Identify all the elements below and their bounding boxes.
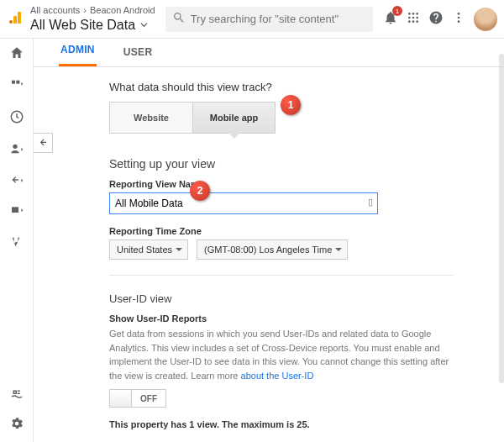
seg-mobile-app[interactable]: Mobile app (192, 103, 275, 133)
label-time-zone: Reporting Time Zone (109, 226, 454, 236)
svg-point-4 (412, 13, 415, 15)
caret-down-icon (140, 18, 148, 32)
breadcrumb-item: Beacon Android (90, 5, 155, 16)
svg-point-8 (416, 17, 418, 19)
svg-rect-19 (12, 207, 18, 213)
app-header: All accounts › Beacon Android All Web Si… (0, 0, 504, 39)
search-box[interactable] (165, 7, 373, 32)
svg-point-7 (412, 17, 415, 19)
breadcrumb: All accounts › Beacon Android (30, 5, 155, 16)
scrollbar[interactable] (499, 54, 504, 383)
svg-point-10 (412, 20, 415, 23)
tab-admin[interactable]: ADMIN (59, 44, 97, 66)
breadcrumb-item: All accounts (30, 5, 80, 16)
seg-website[interactable]: Website (110, 103, 192, 133)
tracking-question: What data should this view track? (109, 81, 454, 93)
callout-2: 2 (190, 181, 210, 201)
label-show-user-id: Show User-ID Reports (109, 313, 454, 324)
conversions-icon[interactable] (9, 235, 24, 251)
apps-icon[interactable] (407, 11, 420, 27)
discover-icon[interactable] (9, 387, 24, 404)
search-input[interactable] (191, 13, 366, 25)
back-button[interactable] (34, 133, 53, 153)
behavior-icon[interactable] (9, 204, 24, 220)
ga-logo-icon (8, 10, 24, 28)
chevron-right-icon: › (83, 5, 87, 16)
tracking-type-segmented: Website Mobile app (109, 102, 276, 134)
tz-country-select[interactable]: United States (109, 239, 188, 260)
svg-point-6 (408, 17, 411, 19)
more-icon[interactable] (452, 11, 465, 27)
header-actions: 1 (383, 8, 497, 31)
view-name-input[interactable] (109, 192, 378, 214)
user-id-toggle[interactable]: OFF (109, 389, 166, 408)
callout-1: 1 (281, 95, 301, 115)
customization-icon[interactable] (9, 78, 24, 94)
svg-point-14 (458, 20, 460, 23)
realtime-icon[interactable] (9, 109, 24, 127)
acquisition-icon[interactable] (9, 173, 24, 189)
svg-rect-16 (16, 81, 19, 84)
svg-rect-15 (12, 81, 15, 84)
svg-point-11 (416, 20, 418, 23)
svg-point-13 (458, 17, 460, 19)
divider (109, 275, 454, 276)
left-sidebar (0, 39, 34, 442)
account-picker[interactable]: All accounts › Beacon Android All Web Si… (30, 5, 155, 32)
avatar[interactable] (474, 8, 497, 31)
learn-more-link[interactable]: about the User-ID (241, 371, 314, 381)
svg-point-3 (408, 13, 411, 15)
svg-point-2 (9, 20, 13, 24)
user-id-help-text: Get data from sessions in which you send… (109, 327, 454, 382)
admin-gear-icon[interactable] (9, 416, 24, 434)
svg-point-12 (458, 13, 460, 15)
view-title: All Web Site Data (30, 17, 135, 33)
view-limit-text: This property has 1 view. The maximum is… (109, 419, 454, 429)
toggle-knob (110, 390, 132, 407)
toggle-state: OFF (132, 394, 165, 403)
svg-rect-0 (18, 12, 21, 24)
notification-badge: 1 (392, 6, 402, 16)
audience-icon[interactable] (9, 142, 24, 158)
content-area: What data should this view track? Websit… (34, 67, 504, 442)
admin-tabs: ADMIN USER (34, 39, 504, 67)
section-user-id: User-ID view (109, 286, 454, 305)
home-icon[interactable] (9, 45, 24, 63)
svg-point-9 (408, 20, 411, 23)
tz-zone-select[interactable]: (GMT-08:00) Los Angeles Time (197, 239, 348, 260)
svg-rect-1 (13, 16, 17, 24)
svg-point-5 (416, 13, 418, 15)
input-tag-icon: ▯ (368, 197, 373, 208)
notifications-button[interactable]: 1 (383, 10, 398, 28)
help-icon[interactable] (428, 10, 444, 28)
section-setting-up: Setting up your view (109, 150, 454, 171)
label-view-name: Reporting View Name (109, 179, 454, 189)
svg-point-18 (13, 145, 17, 149)
main-panel: ADMIN USER What data should this view tr… (34, 39, 504, 442)
search-icon (172, 11, 186, 27)
tab-user[interactable]: USER (122, 46, 155, 66)
